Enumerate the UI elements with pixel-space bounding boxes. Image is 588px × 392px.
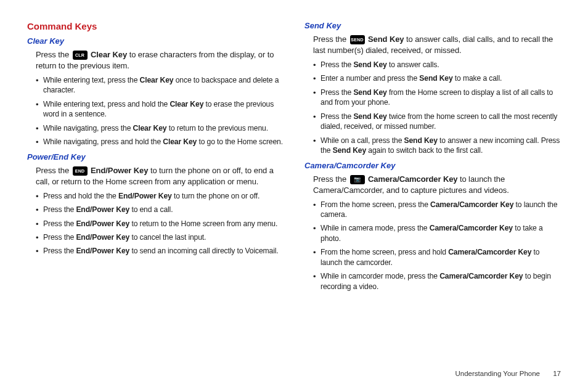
end-icon: END — [73, 166, 88, 176]
text-bold: End/Power Key — [91, 166, 148, 175]
list-item: Press the End/Power Key to return to the… — [36, 219, 284, 229]
text: Press the — [313, 35, 349, 44]
send-bullets: Press the Send Key to answer calls. Ente… — [313, 60, 561, 156]
footer: Understanding Your Phone 17 — [455, 370, 561, 377]
text-bold: Clear Key — [91, 50, 127, 59]
footer-page-number: 17 — [553, 370, 561, 377]
list-item: While navigating, press and hold the Cle… — [36, 137, 284, 147]
list-item: Press the End/Power Key to end a call. — [36, 205, 284, 214]
list-item: While on a call, press the Send Key to a… — [313, 136, 561, 156]
heading-command-keys: Command Keys — [27, 21, 284, 31]
send-intro: Press the SEND Send Key to answer calls,… — [313, 34, 561, 56]
clr-icon: CLR — [73, 51, 88, 60]
power-intro: Press the END End/Power Key to turn the … — [36, 165, 284, 187]
list-item: Press the Send Key twice from the home s… — [313, 112, 561, 132]
clear-intro: Press the CLR Clear Key to erase charact… — [36, 49, 284, 71]
camera-bullets: From the home screen, press the Camera/C… — [313, 200, 561, 292]
list-item: While entering text, press and hold the … — [36, 99, 284, 120]
camera-icon: 📷 — [350, 175, 365, 184]
heading-clear-key: Clear Key — [27, 36, 284, 46]
send-icon: SEND — [350, 35, 365, 44]
text-bold: Camera/Camcorder Key — [368, 174, 457, 184]
list-item: Press the Send Key to answer calls. — [313, 60, 561, 70]
list-item: While entering text, press the Clear Key… — [36, 75, 284, 96]
text-bold: Send Key — [368, 35, 404, 44]
list-item: From the home screen, press and hold Cam… — [313, 247, 561, 267]
list-item: While in camcorder mode, press the Camer… — [313, 271, 561, 292]
right-column: Send Key Press the SEND Send Key to answ… — [304, 21, 561, 295]
text: Press the — [313, 174, 349, 184]
heading-send-key: Send Key — [304, 21, 561, 30]
list-item: While navigating, press the Clear Key to… — [36, 123, 284, 133]
left-column: Command Keys Clear Key Press the CLR Cle… — [27, 21, 284, 295]
list-item: While in camera mode, press the Camera/C… — [313, 223, 561, 243]
list-item: Enter a number and press the Send Key to… — [313, 73, 561, 83]
heading-power-end-key: Power/End Key — [27, 152, 284, 161]
list-item: Press the End/Power Key to cancel the la… — [36, 232, 284, 242]
list-item: From the home screen, press the Camera/C… — [313, 200, 561, 220]
camera-intro: Press the 📷 Camera/Camcorder Key to laun… — [313, 174, 561, 196]
power-bullets: Press and hold the the End/Power Key to … — [36, 191, 284, 256]
list-item: Press the Send Key from the Home screen … — [313, 88, 561, 108]
footer-section: Understanding Your Phone — [455, 370, 540, 377]
text: Press the — [36, 166, 71, 175]
list-item: Press the End/Power Key to send an incom… — [36, 246, 284, 256]
text: Press the — [36, 50, 71, 59]
clear-bullets: While entering text, press the Clear Key… — [36, 75, 284, 147]
text: to answer calls, dial calls, and to reca… — [313, 35, 553, 55]
list-item: Press and hold the the End/Power Key to … — [36, 191, 284, 201]
heading-camera-key: Camera/Camcorder Key — [304, 161, 561, 170]
